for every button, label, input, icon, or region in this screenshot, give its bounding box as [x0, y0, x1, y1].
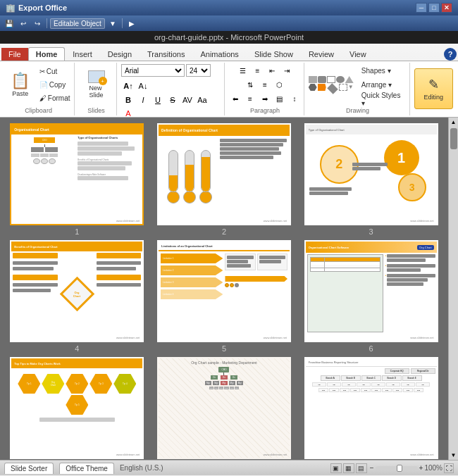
align-left-button[interactable]: ⬅: [228, 92, 242, 105]
slide-show-button[interactable]: ▦: [343, 463, 354, 473]
copy-button[interactable]: 📄 Copy: [37, 79, 73, 92]
normal-view-button[interactable]: ▣: [330, 463, 342, 473]
window-controls[interactable]: ─ □ ✕: [416, 3, 452, 13]
language-indicator[interactable]: English (U.S.): [120, 464, 163, 472]
font-size-up-button[interactable]: A↑: [121, 80, 135, 92]
slide-thumb-6[interactable]: Organisational Chart Software Org Chart: [304, 240, 438, 342]
slide-container-1[interactable]: Organisational Chart CEO: [6, 123, 149, 236]
more-shapes[interactable]: ▼: [348, 84, 354, 94]
undo-button[interactable]: ↩: [17, 17, 30, 30]
slide-container-3[interactable]: Type of Organisational Chart 2 1 3: [299, 123, 442, 236]
reading-view-button[interactable]: ▤: [356, 463, 367, 473]
tab-review[interactable]: Review: [301, 47, 342, 61]
view-buttons: ▣ ▦ ▤: [330, 463, 367, 473]
slide-container-7[interactable]: Top Tips to Make Org Charts Work Tip 1 O…: [6, 357, 149, 460]
new-slide-button[interactable]: + NewSlide: [79, 64, 114, 105]
zoom-in-button[interactable]: +: [419, 464, 423, 472]
bullets-button[interactable]: ☰: [235, 64, 249, 77]
shape-item[interactable]: [309, 76, 317, 83]
smartart-button[interactable]: ⬡: [273, 78, 287, 91]
tab-home[interactable]: Home: [28, 47, 66, 61]
fit-window-button[interactable]: ⛶: [444, 463, 454, 473]
slide-sorter-tab[interactable]: Slide Sorter: [4, 463, 54, 474]
tab-transitions[interactable]: Transitions: [140, 47, 192, 61]
redo-button[interactable]: ↪: [31, 17, 44, 30]
slide-container-8[interactable]: Org Chart sample - Marketing Department …: [153, 357, 296, 460]
decrease-indent-button[interactable]: ⇤: [265, 64, 279, 77]
align-text-button[interactable]: ≡: [258, 78, 272, 91]
font-size-select[interactable]: 24: [186, 64, 211, 77]
slide-container-5[interactable]: Limitations of an Organisational Chart L…: [153, 240, 296, 353]
slide-thumb-3[interactable]: Type of Organisational Chart 2 1 3: [304, 123, 438, 225]
tab-file[interactable]: File: [1, 48, 28, 61]
increase-indent-button[interactable]: ⇥: [280, 64, 294, 77]
cut-button[interactable]: ✂ Cut: [37, 65, 73, 78]
justify-button[interactable]: ▤: [273, 92, 287, 105]
zoom-slider[interactable]: [376, 466, 418, 470]
tab-animations[interactable]: Animations: [192, 47, 246, 61]
format-painter-button[interactable]: 🖌 Format: [37, 92, 73, 105]
help-button[interactable]: ?: [444, 48, 457, 61]
slide-container-9[interactable]: Franchise Business Reporting Structure C…: [299, 357, 442, 460]
arrange-button[interactable]: Arrange ▾: [359, 79, 407, 92]
editing-button[interactable]: ✎ Editing: [414, 68, 453, 109]
shape-item[interactable]: [318, 84, 326, 91]
slide6-title: Organisational Chart Software: [309, 246, 349, 249]
slide3-watermark: www.slideteam.net: [410, 219, 433, 223]
slide-thumb-1[interactable]: Organisational Chart CEO: [10, 123, 144, 225]
save-button[interactable]: 💾: [3, 17, 16, 30]
tab-view[interactable]: View: [342, 47, 374, 61]
slide-thumb-8[interactable]: Org Chart sample - Marketing Department …: [157, 357, 291, 459]
font-name-select[interactable]: Arial: [121, 64, 185, 77]
bold-button[interactable]: B: [121, 94, 135, 106]
slide1-text5: [78, 166, 125, 170]
italic-button[interactable]: I: [136, 94, 150, 106]
underline-button[interactable]: U: [151, 94, 165, 106]
dropdown-arrow[interactable]: ▼: [106, 17, 119, 30]
timeline-dot1: [225, 283, 229, 287]
slide-thumb-2[interactable]: Definition of Organisational Chart: [157, 123, 291, 225]
shape-item[interactable]: [309, 84, 317, 91]
align-right-button[interactable]: ➡: [258, 92, 272, 105]
slide-thumb-5[interactable]: Limitations of an Organisational Chart L…: [157, 240, 291, 342]
tab-design[interactable]: Design: [100, 47, 140, 61]
shape-item[interactable]: [336, 76, 345, 83]
font-size-down-button[interactable]: A↓: [136, 80, 150, 92]
forward-button[interactable]: ▶: [125, 17, 138, 30]
strikethrough-button[interactable]: S: [166, 94, 180, 106]
slide-container-2[interactable]: Definition of Organisational Chart: [153, 123, 296, 236]
line-spacing-button[interactable]: ↕: [287, 92, 302, 105]
char-spacing-button[interactable]: AV: [180, 94, 194, 106]
slide-thumb-9[interactable]: Franchise Business Reporting Structure C…: [304, 357, 438, 459]
scroll-down-button[interactable]: ▼: [450, 451, 458, 460]
shape-item[interactable]: [318, 76, 326, 83]
editable-object-label[interactable]: Editable Object: [50, 18, 105, 29]
numbering-button[interactable]: ≡: [250, 64, 264, 77]
slide-thumb-7[interactable]: Top Tips to Make Org Charts Work Tip 1 O…: [10, 357, 144, 459]
tab-slideshow[interactable]: Slide Show: [247, 47, 301, 61]
therm2-tube: [185, 150, 194, 192]
shape-item[interactable]: [327, 76, 335, 83]
zoom-out-button[interactable]: −: [370, 464, 374, 472]
minimize-button[interactable]: ─: [416, 3, 427, 13]
shapes-dropdown-button[interactable]: Shapes ▾: [359, 65, 407, 77]
maximize-button[interactable]: □: [428, 3, 440, 13]
office-theme-tab[interactable]: Office Theme: [59, 463, 114, 474]
shape-item[interactable]: [345, 76, 354, 83]
close-button[interactable]: ✕: [441, 3, 452, 13]
shape-item[interactable]: [339, 84, 347, 91]
paste-button[interactable]: 📋 Paste: [5, 65, 36, 106]
slide-container-4[interactable]: Benefits of Organisational Chart: [6, 240, 149, 353]
align-center-button[interactable]: ≡: [243, 92, 257, 105]
tab-insert[interactable]: Insert: [65, 47, 100, 61]
shape-item[interactable]: [327, 83, 338, 94]
change-case-button[interactable]: Aa: [195, 94, 209, 106]
slide-container-6[interactable]: Organisational Chart Software Org Chart: [299, 240, 442, 353]
quick-styles-button[interactable]: Quick Styles ▾: [359, 93, 407, 106]
text-direction-button[interactable]: ⇅: [243, 78, 257, 91]
slide-thumb-4[interactable]: Benefits of Organisational Chart: [10, 240, 144, 342]
scroll-up-button[interactable]: ▲: [450, 118, 458, 127]
vertical-scrollbar[interactable]: ▲ ▼: [448, 118, 458, 460]
zoom-slider-thumb[interactable]: [397, 465, 402, 472]
scroll-thumb[interactable]: [450, 128, 457, 149]
